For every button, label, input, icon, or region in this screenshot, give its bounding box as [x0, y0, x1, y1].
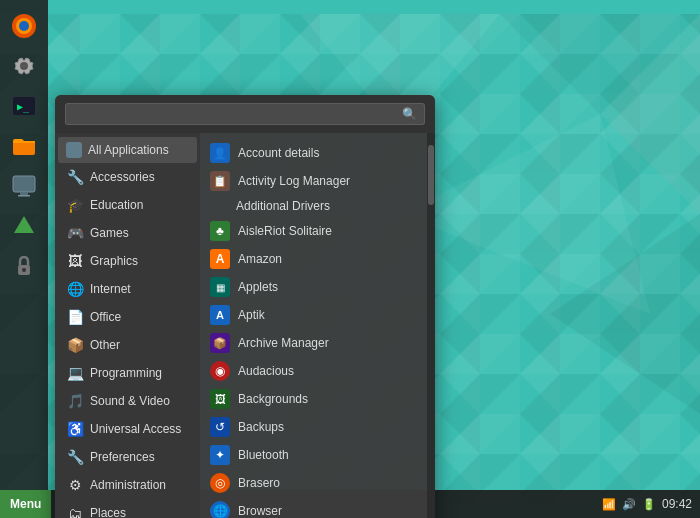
activity-log-icon: 📋	[210, 171, 230, 191]
category-programming-label: Programming	[90, 366, 162, 380]
category-office-label: Office	[90, 310, 121, 324]
applets-icon: ▦	[210, 277, 230, 297]
menu-scrollbar[interactable]	[427, 133, 435, 518]
svg-point-18	[20, 62, 28, 70]
preferences-icon: 🔧	[66, 448, 84, 466]
app-audacious-label: Audacious	[238, 364, 294, 378]
app-aptik-label: Aptik	[238, 308, 265, 322]
category-places-label: Places	[90, 506, 126, 518]
system-tray-volume: 🔊	[622, 498, 636, 511]
firefox-panel-icon[interactable]	[8, 10, 40, 42]
app-backgrounds-label: Backgrounds	[238, 392, 308, 406]
category-universal-access[interactable]: ♿ Universal Access	[58, 415, 197, 443]
backups-icon: ↺	[210, 417, 230, 437]
graphics-icon: 🖼	[66, 252, 84, 270]
app-aptik[interactable]: A Aptik	[200, 301, 427, 329]
category-administration-label: Administration	[90, 478, 166, 492]
games-icon: 🎮	[66, 224, 84, 242]
files-panel-icon[interactable]	[8, 130, 40, 162]
app-panel-icon[interactable]	[8, 210, 40, 242]
education-icon: 🎓	[66, 196, 84, 214]
scroll-thumb[interactable]	[428, 145, 434, 205]
category-accessories-label: Accessories	[90, 170, 155, 184]
category-places[interactable]: 🗂 Places	[58, 499, 197, 518]
category-graphics[interactable]: 🖼 Graphics	[58, 247, 197, 275]
backgrounds-icon: 🖼	[210, 389, 230, 409]
amazon-icon: A	[210, 249, 230, 269]
terminal-panel-icon[interactable]: ▶_	[8, 90, 40, 122]
system-tray-battery: 🔋	[642, 498, 656, 511]
svg-rect-23	[20, 192, 28, 195]
svg-point-27	[22, 268, 26, 272]
svg-rect-21	[13, 141, 35, 155]
category-programming[interactable]: 💻 Programming	[58, 359, 197, 387]
all-icon	[66, 142, 82, 158]
category-games[interactable]: 🎮 Games	[58, 219, 197, 247]
apps-list: 👤 Account details 📋 Activity Log Manager…	[200, 133, 427, 518]
audacious-icon: ◉	[210, 361, 230, 381]
category-other[interactable]: 📦 Other	[58, 331, 197, 359]
menu-body: All Applications 🔧 Accessories 🎓 Educati…	[55, 133, 435, 518]
category-accessories[interactable]: 🔧 Accessories	[58, 163, 197, 191]
menu-search-bar: 🔍	[55, 95, 435, 133]
brasero-icon: ◎	[210, 473, 230, 493]
app-applets-label: Applets	[238, 280, 278, 294]
app-brasero[interactable]: ◎ Brasero	[200, 469, 427, 497]
app-browser[interactable]: 🌐 Browser	[200, 497, 427, 518]
app-additional-drivers-label: Additional Drivers	[236, 199, 330, 213]
category-administration[interactable]: ⚙ Administration	[58, 471, 197, 499]
app-bluetooth[interactable]: ✦ Bluetooth	[200, 441, 427, 469]
app-archive-manager-label: Archive Manager	[238, 336, 329, 350]
category-office[interactable]: 📄 Office	[58, 303, 197, 331]
system-tray-network: 📶	[602, 498, 616, 511]
taskbar-right-area: 📶 🔊 🔋 09:42	[602, 497, 700, 511]
category-internet[interactable]: 🌐 Internet	[58, 275, 197, 303]
left-panel: ▶_	[0, 0, 48, 490]
category-preferences-label: Preferences	[90, 450, 155, 464]
lock-panel-icon[interactable]	[8, 250, 40, 282]
app-aislerlot[interactable]: ♣ AisleRiot Solitaire	[200, 217, 427, 245]
app-activity-log[interactable]: 📋 Activity Log Manager	[200, 167, 427, 195]
browser-icon: 🌐	[210, 501, 230, 518]
svg-text:▶_: ▶_	[17, 101, 30, 113]
search-input[interactable]	[65, 103, 425, 125]
app-amazon[interactable]: A Amazon	[200, 245, 427, 273]
settings-panel-icon[interactable]	[8, 50, 40, 82]
app-backups[interactable]: ↺ Backups	[200, 413, 427, 441]
accessories-icon: 🔧	[66, 168, 84, 186]
category-preferences[interactable]: 🔧 Preferences	[58, 443, 197, 471]
app-audacious[interactable]: ◉ Audacious	[200, 357, 427, 385]
app-additional-drivers[interactable]: Additional Drivers	[200, 195, 427, 217]
category-education-label: Education	[90, 198, 143, 212]
svg-rect-24	[18, 195, 30, 197]
taskbar-menu-button[interactable]: Menu	[0, 490, 51, 518]
app-archive-manager[interactable]: 📦 Archive Manager	[200, 329, 427, 357]
category-sound-video[interactable]: 🎵 Sound & Video	[58, 387, 197, 415]
app-menu: 🔍 All Applications 🔧 Accessories 🎓 Educa…	[55, 95, 435, 518]
programming-icon: 💻	[66, 364, 84, 382]
aptik-icon: A	[210, 305, 230, 325]
app-backgrounds[interactable]: 🖼 Backgrounds	[200, 385, 427, 413]
category-education[interactable]: 🎓 Education	[58, 191, 197, 219]
app-applets[interactable]: ▦ Applets	[200, 273, 427, 301]
office-icon: 📄	[66, 308, 84, 326]
places-icon: 🗂	[66, 504, 84, 518]
display-panel-icon[interactable]	[8, 170, 40, 202]
app-account-details[interactable]: 👤 Account details	[200, 139, 427, 167]
universal-access-icon: ♿	[66, 420, 84, 438]
account-details-icon: 👤	[210, 143, 230, 163]
category-all[interactable]: All Applications	[58, 137, 197, 163]
app-backups-label: Backups	[238, 420, 284, 434]
app-brasero-label: Brasero	[238, 476, 280, 490]
archive-manager-icon: 📦	[210, 333, 230, 353]
svg-rect-22	[13, 176, 35, 192]
svg-marker-25	[14, 216, 34, 233]
taskbar-menu-label: Menu	[10, 497, 41, 511]
category-graphics-label: Graphics	[90, 254, 138, 268]
sound-video-icon: 🎵	[66, 392, 84, 410]
aislerlot-icon: ♣	[210, 221, 230, 241]
category-sound-video-label: Sound & Video	[90, 394, 170, 408]
svg-point-17	[19, 21, 29, 31]
category-games-label: Games	[90, 226, 129, 240]
internet-icon: 🌐	[66, 280, 84, 298]
